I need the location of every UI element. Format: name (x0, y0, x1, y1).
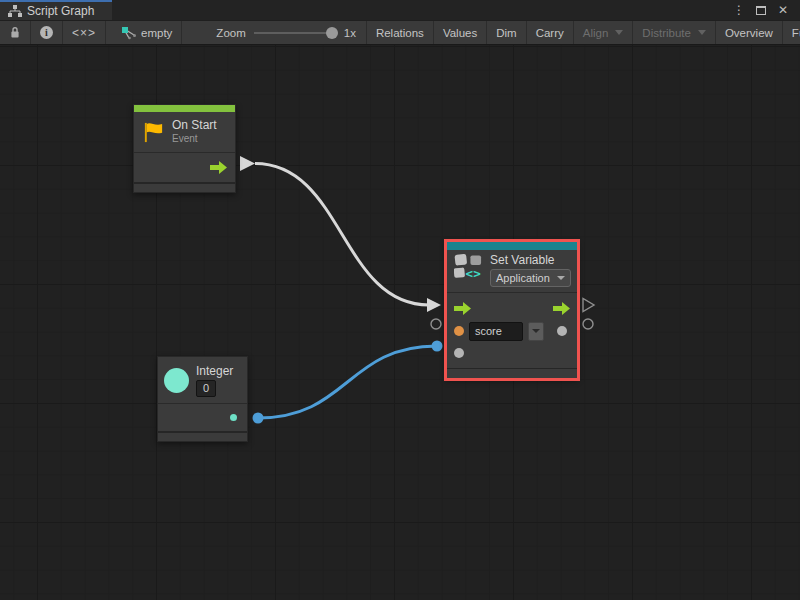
maximize-button[interactable] (752, 2, 770, 18)
code-view-button[interactable]: <×> (63, 21, 106, 44)
dim-button[interactable]: Dim (486, 21, 525, 44)
value-wire-end-dot (432, 341, 443, 352)
graph-empty-icon (121, 26, 137, 40)
control-wire[interactable] (255, 164, 429, 306)
node-header-stripe (134, 105, 235, 112)
node-title: Set Variable (490, 253, 571, 267)
variable-name-value: score (475, 325, 502, 337)
value-output-port[interactable] (557, 326, 567, 336)
control-wire-start-cap (240, 156, 255, 171)
wires-layer (0, 45, 800, 600)
integer-value: 0 (203, 382, 209, 394)
value-wire-start-dot (253, 413, 264, 424)
chevron-down-icon (532, 329, 540, 333)
variable-name-field[interactable]: score (469, 322, 523, 341)
lock-icon (9, 26, 21, 39)
output-port-indicator-circle[interactable] (583, 319, 593, 329)
node-integer[interactable]: Integer 0 (157, 356, 248, 442)
values-button[interactable]: Values (433, 21, 486, 44)
code-icon: <×> (72, 26, 96, 40)
chevron-down-icon (698, 30, 706, 35)
maximize-icon (756, 6, 766, 15)
chevron-down-icon (557, 276, 565, 280)
variable-scope-dropdown[interactable]: Application (490, 269, 571, 287)
integer-value-field[interactable]: 0 (196, 380, 216, 397)
zoom-value: 1x (344, 27, 356, 39)
overview-button[interactable]: Overview (715, 21, 782, 44)
node-subtitle: Event (172, 133, 217, 145)
lock-button[interactable] (0, 21, 31, 44)
zoom-slider[interactable] (254, 32, 336, 34)
toolbar: i <×> empty Zoom 1x Relations Values Dim… (0, 20, 800, 45)
relations-button[interactable]: Relations (366, 21, 433, 44)
distribute-button[interactable]: Distribute (632, 21, 715, 44)
flow-output-port[interactable] (553, 302, 570, 315)
integer-type-icon (164, 368, 189, 393)
tab-title: Script Graph (27, 4, 94, 18)
value-wire[interactable] (258, 346, 437, 418)
node-footer (134, 182, 235, 192)
graph-canvas[interactable]: On Start Event <> Set Variable (0, 45, 800, 600)
info-icon: i (40, 26, 53, 39)
fullscreen-button[interactable]: Full Screen (782, 21, 800, 44)
output-port-indicator-triangle[interactable] (583, 299, 594, 312)
graph-icon (8, 5, 22, 17)
close-button[interactable]: ✕ (774, 2, 792, 18)
tab-script-graph[interactable]: Script Graph (0, 0, 112, 20)
control-wire-arrowhead (427, 298, 441, 312)
svg-text:<>: <> (466, 266, 482, 280)
graph-status-button[interactable]: empty (112, 21, 182, 44)
align-button[interactable]: Align (573, 21, 633, 44)
variable-scope-value: Application (496, 272, 550, 284)
integer-output-port[interactable] (230, 414, 237, 421)
node-on-start[interactable]: On Start Event (133, 104, 236, 193)
flow-input-port[interactable] (454, 302, 471, 315)
zoom-label: Zoom (216, 27, 245, 39)
carry-button[interactable]: Carry (526, 21, 573, 44)
variable-name-dropdown-button[interactable] (528, 322, 544, 341)
flow-output-port[interactable] (210, 161, 227, 174)
info-button[interactable]: i (31, 21, 63, 44)
node-title: On Start (172, 119, 217, 133)
zoom-slider-handle[interactable] (326, 27, 338, 39)
title-bar: Script Graph ⋮ ✕ (0, 0, 800, 20)
name-input-port[interactable] (454, 326, 464, 336)
node-footer (447, 368, 577, 378)
node-footer (158, 431, 247, 441)
graph-status-label: empty (141, 27, 172, 39)
window-menu-button[interactable]: ⋮ (730, 2, 748, 18)
value-input-port[interactable] (454, 348, 464, 358)
node-title: Integer (196, 364, 233, 378)
node-header-stripe (447, 242, 577, 250)
zoom-control: Zoom 1x (206, 21, 366, 44)
node-set-variable[interactable]: <> Set Variable Application (446, 241, 578, 379)
variables-icon: <> (454, 253, 483, 280)
flag-icon (142, 121, 165, 144)
chevron-down-icon (615, 30, 623, 35)
input-port-indicator-circle[interactable] (431, 319, 441, 329)
